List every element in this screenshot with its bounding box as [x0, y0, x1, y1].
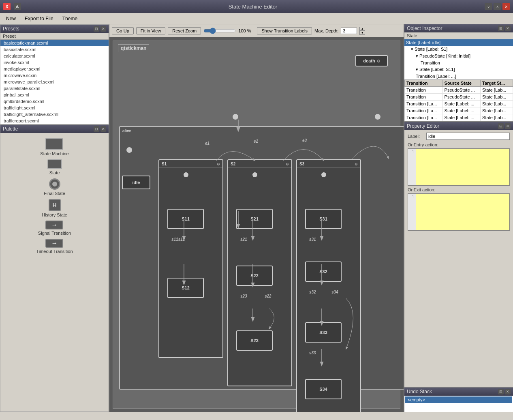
palette-item-final-state[interactable]: Final State	[44, 178, 65, 196]
table-row[interactable]: Transition [La... State [Label: ... Stat…	[405, 101, 513, 107]
palette-item-timeout-transition[interactable]: → Timeout Transition	[36, 239, 73, 254]
table-row[interactable]: Transition [La... State [Label: ... Stat…	[405, 107, 513, 114]
list-item[interactable]: parallelstate.scxml	[0, 85, 109, 92]
close-button[interactable]: ✕	[502, 3, 510, 10]
go-up-button[interactable]: Go Up	[112, 27, 134, 34]
list-item[interactable]: calculator.scxml	[0, 53, 109, 59]
s11-state[interactable]: S11	[167, 209, 204, 229]
undo-close-button[interactable]: ✕	[505, 389, 511, 394]
tree-item[interactable]: State [Label: idle]	[404, 39, 513, 46]
s2-state[interactable]: S2 ⊖ S21 s21 S22	[227, 159, 292, 386]
zoom-slider[interactable]	[203, 28, 236, 34]
palette-close-button[interactable]: ✕	[100, 126, 106, 132]
death-state-label: death	[363, 58, 375, 63]
palette-history-label: History State	[42, 212, 67, 217]
presets-title: Presets	[3, 26, 19, 32]
depth-down-button[interactable]: ▼	[359, 31, 365, 35]
minimize-button[interactable]: ∨	[485, 3, 492, 10]
table-row[interactable]: Transition PseudoState ... State [Lab...	[405, 94, 513, 101]
palette-title: Palette	[3, 126, 18, 132]
s22-label: s22	[265, 294, 271, 298]
table-row[interactable]: Transition [La... State [Label: ... Stat…	[405, 114, 513, 121]
inspector-float-button[interactable]: ⊟	[498, 26, 504, 31]
history-state-icon: H	[49, 199, 61, 211]
list-item[interactable]: trafficlight_alternative.scxml	[0, 111, 109, 118]
tree-item[interactable]: ▾ PseudoState [Kind: Initial]	[404, 53, 513, 60]
state-icon	[47, 159, 62, 169]
title-bar: X ⮝ State Machine Editor ∨ ∧ ✕	[0, 0, 513, 13]
palette-signal-label: Signal Transition	[38, 231, 71, 236]
fit-in-view-button[interactable]: Fit in View	[136, 27, 166, 34]
list-item[interactable]: trafficlight.scxml	[0, 105, 109, 111]
on-entry-line-num: 1	[408, 149, 416, 185]
on-exit-label: OnExit action:	[408, 187, 510, 192]
list-item[interactable]: pinball.scxml	[0, 92, 109, 98]
list-item[interactable]: mediaplayer.scxml	[0, 66, 109, 72]
prop-float-button[interactable]: ⊟	[498, 123, 504, 129]
death-state[interactable]: death ⊖	[355, 55, 388, 66]
list-item[interactable]: qmlbirdsdemo.scxml	[0, 98, 109, 105]
palette-item-state[interactable]: State	[47, 159, 62, 175]
list-item[interactable]: microwave.scxml	[0, 72, 109, 79]
maximize-button[interactable]: ∧	[494, 3, 501, 10]
on-entry-textarea[interactable]	[416, 149, 509, 185]
property-editor-panel: Property Editor ⊟ ✕ Label: OnEntry actio…	[404, 122, 513, 387]
on-exit-line-num: 1	[408, 194, 416, 230]
initial-dot-alive	[126, 147, 132, 153]
undo-float-button[interactable]: ⊟	[498, 389, 504, 394]
prop-close-button[interactable]: ✕	[505, 123, 511, 129]
s23-state[interactable]: S23	[236, 330, 273, 351]
menu-new[interactable]: New	[2, 14, 20, 23]
list-item[interactable]: microwave_parallel.scxml	[0, 79, 109, 85]
palette-item-signal-transition[interactable]: → Signal Transition	[38, 221, 71, 236]
canvas-area[interactable]: qtstickman death ⊖ alive	[109, 37, 404, 412]
tree-item[interactable]: ▾ State [Label: S1]	[404, 46, 513, 53]
menu-export[interactable]: Export to File	[20, 14, 58, 23]
presets-subheader: Preset	[0, 33, 109, 40]
pin-button[interactable]: ⮝	[14, 3, 21, 10]
palette-item-state-machine[interactable]: State Machine	[40, 138, 68, 156]
depth-up-button[interactable]: ▲	[359, 27, 365, 31]
s32-label: s32	[309, 290, 316, 294]
tree-item[interactable]: ▾ State [Label: S11]	[404, 66, 513, 73]
undo-item[interactable]: <empty>	[405, 396, 512, 403]
palette-float-button[interactable]: ⊟	[94, 126, 99, 132]
s32-state[interactable]: S32	[305, 261, 342, 282]
col-transition: Transition	[405, 80, 443, 87]
inspector-close-button[interactable]: ✕	[505, 26, 511, 31]
idle-state[interactable]: idle	[122, 176, 150, 189]
s22-state[interactable]: S22	[236, 266, 273, 286]
machine-label: qtstickman	[118, 44, 149, 52]
list-item[interactable]: basicstate.scxml	[0, 46, 109, 53]
show-transition-labels-button[interactable]: Show Transition Labels	[257, 27, 312, 34]
transition-table: Transition Source State Target St... Tra…	[404, 79, 513, 121]
max-depth-input[interactable]	[341, 28, 357, 34]
s34-state[interactable]: S34	[305, 379, 342, 399]
reset-zoom-button[interactable]: Reset Zoom	[168, 27, 201, 34]
final-state-icon	[49, 178, 60, 190]
status-bar	[0, 412, 513, 420]
s3-state[interactable]: S3 ⊖ S31 s31 S32	[296, 159, 361, 412]
tree-item[interactable]: Transition	[404, 60, 513, 66]
list-item[interactable]: trafficreport.scxml	[0, 118, 109, 124]
s33-state[interactable]: S33	[305, 322, 342, 343]
s1-state[interactable]: S1 ⊖ S11 s11s12 S1	[158, 159, 223, 358]
presets-float-button[interactable]: ⊟	[94, 26, 99, 32]
menu-bar: New Export to File Theme	[0, 13, 513, 24]
list-item[interactable]: invoke.scxml	[0, 59, 109, 66]
s21-label: s21	[240, 237, 247, 242]
menu-theme[interactable]: Theme	[58, 14, 82, 23]
s12-state[interactable]: S12	[167, 278, 204, 298]
label-input[interactable]	[426, 133, 510, 140]
presets-close-button[interactable]: ✕	[100, 26, 106, 32]
s21-state[interactable]: S21	[236, 209, 273, 229]
list-item[interactable]: basicqtstickman.scxml	[0, 40, 109, 46]
on-exit-textarea[interactable]	[416, 194, 509, 230]
initial-dot-death	[375, 114, 380, 120]
palette-item-history-state[interactable]: H History State	[42, 199, 67, 217]
table-row[interactable]: Transition PseudoState ... State [Lab...	[405, 87, 513, 94]
alive-state[interactable]: alive ⊖ idle S1 ⊖	[119, 126, 404, 390]
s31-state[interactable]: S31	[305, 209, 342, 229]
object-tree: State [Label: idle] ▾ State [Label: S1] …	[404, 39, 513, 79]
tree-item[interactable]: Transition [Label: ...]	[404, 73, 513, 79]
